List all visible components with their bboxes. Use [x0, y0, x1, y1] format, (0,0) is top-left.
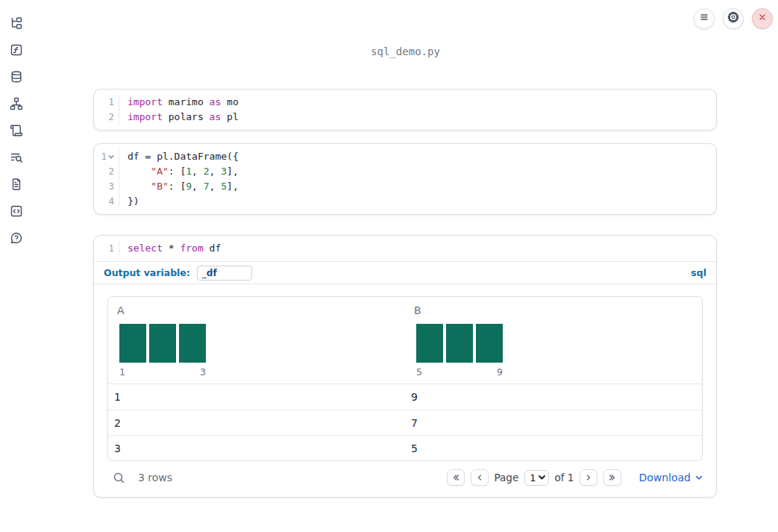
column-header-B[interactable]: B59	[405, 297, 702, 384]
code-line[interactable]: 1df = pl.DataFrame({	[94, 149, 716, 164]
histogram-bar	[416, 324, 443, 363]
code-token: ,	[192, 181, 204, 192]
table-cell: 5	[405, 442, 702, 454]
code-token: 1	[186, 166, 192, 177]
sql-cell-footer: Output variable: sql	[94, 261, 716, 284]
chevron-right-icon	[584, 473, 593, 482]
search-list-icon	[10, 151, 23, 167]
code-text: "B": [9, 7, 5],	[119, 179, 239, 194]
table-cell: 1	[108, 391, 405, 403]
next-page-button[interactable]	[580, 469, 597, 486]
chevron-left-icon	[475, 473, 484, 482]
sidebar-item-outline[interactable]	[0, 119, 33, 145]
table-header: A13B59	[108, 297, 702, 384]
tick-label: 3	[200, 366, 206, 378]
code-text: "A": [1, 2, 3],	[119, 164, 239, 179]
page-select[interactable]: 1	[524, 470, 548, 486]
code-editor[interactable]: 1df = pl.DataFrame({2 "A": [1, 2, 3],3 "…	[94, 144, 716, 214]
code-token: })	[128, 195, 139, 207]
line-number: 2	[94, 164, 119, 179]
tick-label: 1	[119, 366, 125, 378]
line-number: 1	[94, 95, 119, 110]
code-token: "A"	[151, 166, 168, 177]
download-button[interactable]: Download	[639, 472, 703, 484]
table-footer: 3 rows Page 1	[107, 464, 703, 491]
sidebar-item-datasources[interactable]	[0, 65, 33, 92]
code-line[interactable]: 3 "B": [9, 7, 5],	[94, 179, 716, 194]
sidebar-item-functions[interactable]	[0, 38, 33, 65]
code-token: df	[204, 242, 221, 254]
code-line[interactable]: 2import polars as pl	[94, 110, 716, 125]
code-token: 3	[221, 166, 227, 177]
table-cell: 2	[108, 417, 405, 429]
code-token: from	[180, 242, 203, 254]
histogram-bar	[179, 324, 206, 363]
database-icon	[10, 70, 23, 87]
code-token: : [	[169, 181, 186, 192]
code-cell-imports: 1import marimo as mo2import polars as pl	[93, 89, 717, 131]
sql-editor[interactable]: 1select * from df	[94, 236, 716, 261]
line-number: 4	[94, 194, 119, 209]
code-token: ],	[227, 181, 239, 192]
histogram-bar	[119, 324, 146, 363]
sidebar-item-dependencies[interactable]	[0, 92, 33, 119]
previous-page-button[interactable]	[471, 469, 489, 486]
tick-label: 9	[497, 366, 503, 378]
table-row: 35	[108, 435, 702, 460]
first-page-button[interactable]	[447, 469, 465, 486]
code-token	[128, 181, 151, 192]
code-token: 9	[186, 181, 192, 192]
code-token: "B"	[151, 181, 168, 192]
code-token: ,	[210, 181, 222, 192]
code-cell-dataframe: 1df = pl.DataFrame({2 "A": [1, 2, 3],3 "…	[93, 143, 717, 215]
code-text: select * from df	[119, 241, 221, 256]
line-number: 3	[94, 179, 119, 194]
code-token: as	[210, 96, 222, 107]
output-variable-input[interactable]	[197, 266, 252, 281]
document-icon	[10, 178, 23, 194]
column-header-A[interactable]: A13	[108, 297, 405, 384]
code-line[interactable]: 4})	[94, 194, 716, 209]
histogram-bar	[446, 324, 473, 363]
sidebar-item-documentation[interactable]	[0, 172, 33, 199]
code-editor[interactable]: 1import marimo as mo2import polars as pl	[94, 90, 716, 130]
line-number: 1	[94, 149, 119, 164]
notebook-menu-button[interactable]	[694, 8, 715, 29]
sidebar-item-help[interactable]	[0, 226, 33, 253]
sidebar-item-logs[interactable]	[0, 145, 33, 172]
code-token: *	[163, 242, 180, 254]
menu-icon	[698, 11, 710, 26]
page-select-value: 1	[530, 472, 536, 484]
column-histogram	[416, 324, 693, 363]
table-cell: 7	[405, 417, 702, 429]
table-cell: 9	[405, 391, 702, 403]
shutdown-button[interactable]	[752, 8, 773, 29]
sql-cell: 1select * from df Output variable: sql A…	[93, 235, 717, 498]
sidebar-item-file-explorer[interactable]	[0, 11, 33, 38]
download-label: Download	[639, 472, 691, 484]
file-tree-icon	[10, 16, 23, 33]
sidebar-item-snippets[interactable]	[0, 199, 33, 226]
code-text: import polars as pl	[119, 110, 239, 125]
code-line[interactable]: 1import marimo as mo	[94, 95, 716, 110]
page-total-label: of 1	[555, 472, 574, 484]
language-badge: sql	[691, 267, 706, 278]
code-line[interactable]: 2 "A": [1, 2, 3],	[94, 164, 716, 179]
help-icon	[10, 231, 23, 248]
function-icon	[10, 43, 23, 60]
gear-icon	[727, 11, 739, 26]
last-page-button[interactable]	[603, 469, 621, 486]
fold-chevron-icon[interactable]	[108, 154, 114, 160]
code-line[interactable]: 1select * from df	[94, 241, 716, 256]
chevrons-right-icon	[608, 473, 617, 482]
marimo-app: sql_demo.py 1import marimo as mo2import …	[0, 0, 778, 532]
code-token: 5	[221, 181, 227, 192]
code-token: ,	[210, 166, 222, 177]
cell-output: A13B59 192735 3 rows	[94, 284, 716, 497]
code-text: import marimo as mo	[119, 95, 239, 110]
code-token: 7	[204, 181, 210, 192]
code-token: import	[128, 96, 163, 107]
notebook-filename[interactable]: sql_demo.py	[33, 46, 778, 57]
search-icon[interactable]	[113, 472, 125, 484]
settings-button[interactable]	[723, 8, 744, 29]
